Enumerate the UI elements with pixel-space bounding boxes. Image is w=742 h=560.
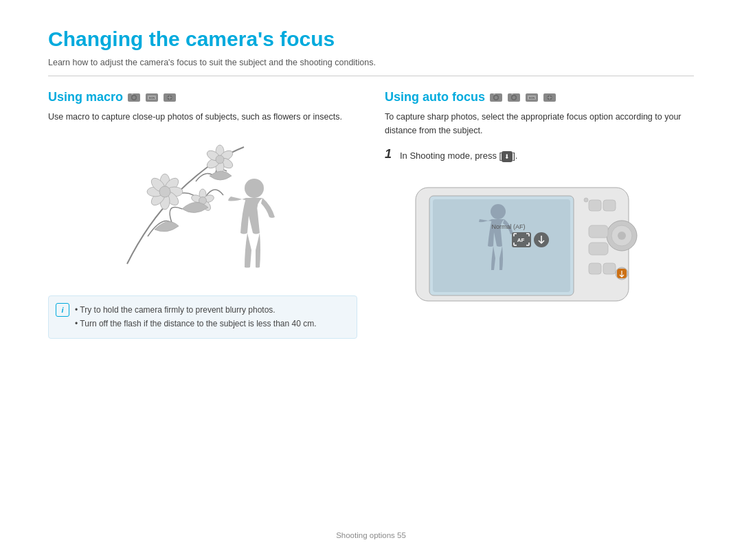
camera-svg: Normal (AF) AF (409, 174, 670, 308)
svg-point-36 (495, 96, 498, 99)
tip-icon: i (56, 303, 69, 317)
svg-point-26 (216, 155, 224, 164)
svg-point-2 (133, 96, 136, 99)
svg-point-33 (245, 179, 264, 198)
svg-point-19 (159, 186, 170, 197)
svg-point-62 (618, 232, 626, 240)
macro-illustration (48, 133, 357, 284)
af-icon-2 (507, 92, 521, 103)
svg-rect-64 (589, 243, 608, 255)
macro-section: Using macro SCN (48, 90, 357, 339)
svg-point-52 (491, 204, 506, 219)
page-subtitle: Learn how to adjust the camera's focus t… (48, 58, 694, 76)
svg-rect-58 (589, 200, 601, 211)
step-1-text: In Shooting mode, press [⬇]. (400, 147, 517, 163)
svg-rect-59 (603, 200, 616, 211)
step-1: 1 In Shooting mode, press [⬇]. (385, 147, 694, 163)
autofocus-description: To capture sharp photos, select the appr… (385, 110, 694, 137)
camera-illustration: Normal (AF) AF (385, 172, 694, 310)
tip-line-2: • Turn off the flash if the distance to … (75, 317, 347, 331)
svg-rect-63 (589, 225, 608, 238)
af-icon-1 (489, 92, 503, 103)
svg-text:SCN: SCN (529, 96, 535, 100)
svg-text:Normal (AF): Normal (AF) (492, 223, 526, 230)
svg-rect-65 (589, 263, 601, 274)
af-icon-3: SCN (525, 92, 539, 103)
svg-rect-37 (493, 93, 495, 95)
svg-rect-66 (603, 263, 616, 274)
footer-text: Shooting options 55 (336, 531, 406, 539)
macro-icon-1 (127, 92, 141, 103)
macro-flower-svg (106, 140, 299, 278)
tip-line-1: • Try to hold the camera firmly to preve… (75, 303, 347, 317)
autofocus-section: Using auto focus SCN (385, 90, 694, 310)
page-title: Changing the camera's focus (48, 27, 694, 51)
autofocus-section-title: Using auto focus SCN (385, 90, 694, 104)
page-container: Changing the camera's focus Learn how to… (0, 0, 742, 560)
svg-point-40 (513, 96, 516, 99)
two-column-layout: Using macro SCN (48, 90, 694, 339)
macro-icon-3 (163, 92, 177, 103)
svg-text:AF: AF (517, 237, 525, 243)
svg-rect-3 (131, 93, 133, 95)
step-1-num: 1 (385, 147, 394, 162)
af-icon-4 (543, 92, 556, 103)
svg-point-57 (584, 198, 588, 202)
macro-icon-2: SCN (145, 92, 159, 103)
page-footer: Shooting options 55 (0, 531, 742, 539)
tip-box: i • Try to hold the camera firmly to pre… (48, 295, 357, 339)
macro-description: Use macro to capture close-up photos of … (48, 110, 357, 124)
svg-rect-41 (511, 93, 513, 95)
svg-text:SCN: SCN (149, 96, 155, 100)
macro-section-title: Using macro SCN (48, 90, 357, 104)
